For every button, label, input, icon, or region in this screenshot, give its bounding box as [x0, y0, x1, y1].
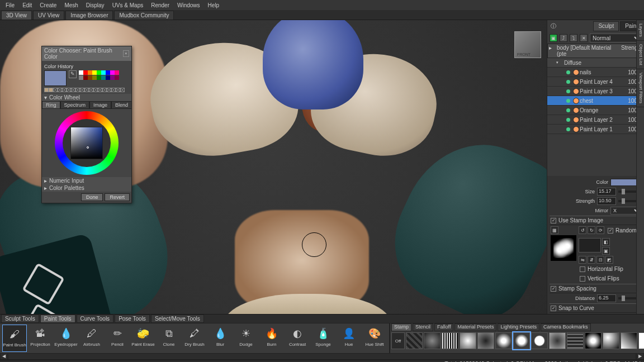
- use-stamp-checkbox[interactable]: ✓: [551, 218, 556, 223]
- revert-button[interactable]: Revert: [105, 193, 130, 201]
- color-chooser-panel[interactable]: Color Chooser: Paint Brush Color× Color …: [41, 46, 132, 203]
- history-slot[interactable]: [58, 88, 62, 92]
- snap-checkbox[interactable]: ✓: [551, 306, 556, 311]
- tab-pose-tools[interactable]: Pose Tools: [115, 315, 150, 323]
- size-input[interactable]: 15.17: [597, 188, 616, 196]
- export-layer-icon[interactable]: ⤴: [560, 34, 567, 42]
- tool-contrast[interactable]: ◐Contrast: [285, 325, 310, 352]
- history-slot[interactable]: [111, 88, 116, 92]
- tab-image-browser[interactable]: Image Browser: [65, 11, 113, 20]
- stamp-off-button[interactable]: Off: [391, 332, 405, 349]
- tray-tab-lighting-presets[interactable]: Lighting Presets: [498, 323, 539, 331]
- menu-uvs-maps[interactable]: UVs & Maps: [109, 1, 147, 9]
- stamp-thumb-9[interactable]: [567, 332, 584, 349]
- layer-row-paint-layer-4[interactable]: Paint Layer 4100: [547, 77, 644, 87]
- scroll-right-icon[interactable]: ▶: [636, 353, 644, 360]
- vflip-checkbox[interactable]: [580, 276, 585, 282]
- palette-swatch[interactable]: [106, 75, 110, 80]
- layer-row-paint-layer-3[interactable]: Paint Layer 3100: [547, 87, 644, 96]
- menu-help[interactable]: Help: [205, 1, 223, 9]
- tool-sponge[interactable]: 🧴Sponge: [311, 325, 335, 352]
- palette-swatch[interactable]: [106, 70, 110, 75]
- palette-swatch[interactable]: [92, 70, 97, 75]
- stamp-thumb-8[interactable]: [549, 332, 566, 349]
- tray-tab-material-presets[interactable]: Material Presets: [454, 323, 496, 331]
- tool-eyedropper[interactable]: 💧Eyedropper: [54, 325, 78, 352]
- blend-mode-select[interactable]: Normal: [590, 34, 642, 42]
- hflip-checkbox[interactable]: [580, 266, 585, 272]
- stamp-reset-icon[interactable]: ⟳: [596, 226, 604, 234]
- palette-swatch[interactable]: [92, 75, 97, 80]
- palette-swatch[interactable]: [110, 75, 115, 80]
- menu-display[interactable]: Display: [83, 1, 108, 9]
- stamp-thumb-10[interactable]: [585, 332, 602, 349]
- randomize-checkbox[interactable]: ✓: [608, 228, 613, 234]
- stamp-thumb-13[interactable]: [638, 332, 644, 349]
- tray-tab-stencil[interactable]: Stencil: [413, 323, 433, 331]
- sv-picker[interactable]: [70, 127, 103, 159]
- wheel-tab-blend[interactable]: Blend: [111, 101, 132, 109]
- wheel-tab-image[interactable]: Image: [89, 101, 111, 109]
- tab-uv-view[interactable]: UV View: [33, 11, 64, 20]
- menu-file[interactable]: File: [2, 1, 18, 9]
- eyedropper-icon[interactable]: ✎: [69, 70, 77, 78]
- palette-swatch[interactable]: [110, 70, 115, 75]
- layer-row-nails[interactable]: nails100: [547, 68, 644, 77]
- stamp-gradient[interactable]: [579, 238, 601, 253]
- stamp-rotate-ccw-icon[interactable]: ↺: [579, 226, 586, 234]
- done-button[interactable]: Done: [81, 193, 103, 201]
- stamp-thumb-12[interactable]: [621, 332, 637, 349]
- menu-render[interactable]: Render: [148, 1, 173, 9]
- palette-swatch[interactable]: [97, 70, 101, 75]
- view-cube[interactable]: FRONT: [514, 31, 541, 58]
- tray-tab-camera-bookmarks[interactable]: Camera Bookmarks: [541, 323, 591, 331]
- history-slot[interactable]: [62, 88, 67, 92]
- history-slot[interactable]: [80, 88, 84, 92]
- stamp-opt-1-icon[interactable]: ◧: [602, 238, 610, 246]
- wheel-tab-ring[interactable]: Ring: [42, 101, 60, 109]
- menu-mesh[interactable]: Mesh: [61, 1, 81, 9]
- delete-layer-icon[interactable]: ✕: [580, 34, 588, 42]
- history-slot[interactable]: [84, 88, 89, 92]
- tool-airbrush[interactable]: 🖊Airbrush: [79, 325, 104, 352]
- palette-swatch[interactable]: [88, 70, 92, 75]
- tool-pencil[interactable]: ✏Pencil: [105, 325, 130, 352]
- side-tab-layers[interactable]: Layers: [637, 20, 644, 41]
- new-layer-icon[interactable]: ▣: [550, 34, 557, 42]
- stamp-thumb-11[interactable]: [603, 332, 619, 349]
- stamp-thumb-1[interactable]: [424, 332, 441, 349]
- history-slot[interactable]: [98, 88, 102, 92]
- palette-swatch[interactable]: [88, 75, 92, 80]
- tray-tab-stamp[interactable]: Stamp: [391, 323, 411, 331]
- history-slot[interactable]: [89, 88, 93, 92]
- history-slot[interactable]: [116, 88, 120, 92]
- mode-tab-sculpt[interactable]: Sculpt: [593, 21, 619, 31]
- stamp-flip-v-icon[interactable]: ⇵: [588, 256, 595, 264]
- tool-dry-brush[interactable]: 🖍Dry Brush: [182, 325, 207, 352]
- history-slot[interactable]: [44, 88, 49, 92]
- stamp-invert-icon[interactable]: ◩: [605, 256, 613, 264]
- stamp-spacing-checkbox[interactable]: ✓: [551, 286, 556, 292]
- history-slot[interactable]: [120, 88, 125, 92]
- scroll-left-icon[interactable]: ◀: [0, 353, 8, 360]
- tool-dodge[interactable]: ☀Dodge: [234, 325, 258, 352]
- layer-row-orange[interactable]: Orange100: [547, 106, 644, 115]
- tab-paint-tools[interactable]: Paint Tools: [40, 315, 75, 323]
- menu-windows[interactable]: Windows: [174, 1, 203, 9]
- history-slot[interactable]: [71, 88, 75, 92]
- stamp-thumb-3[interactable]: [460, 332, 476, 349]
- stamp-opt-2-icon[interactable]: ▣: [602, 247, 610, 255]
- tool-projection[interactable]: 📽Projection: [28, 325, 53, 352]
- info-icon[interactable]: ⓘ: [548, 21, 592, 31]
- palette-swatch[interactable]: [97, 75, 101, 80]
- stamp-rotate-cw-icon[interactable]: ↻: [588, 226, 595, 234]
- history-slot[interactable]: [102, 88, 107, 92]
- tool-paint-brush[interactable]: 🖌Paint Brush: [2, 325, 27, 352]
- palette-swatch[interactable]: [83, 75, 88, 80]
- palette-swatch[interactable]: [101, 70, 106, 75]
- tool-clone[interactable]: ⧉Clone: [157, 325, 181, 352]
- layer-row-chest[interactable]: chest100: [547, 96, 644, 106]
- stamp-thumb-0[interactable]: [406, 332, 423, 349]
- palette-swatch[interactable]: [79, 70, 83, 75]
- stamp-flip-h-icon[interactable]: ⇋: [579, 256, 586, 264]
